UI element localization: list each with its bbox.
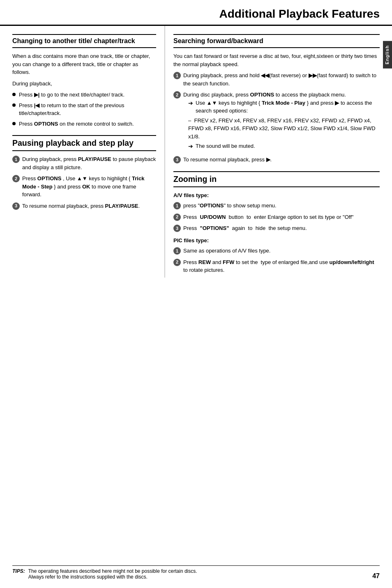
bullet-dot-icon xyxy=(12,93,16,96)
section-zooming-title: Zooming in xyxy=(173,175,380,184)
list-item: Press ▶| to go to the next title/chapter… xyxy=(12,91,156,99)
step-number: 2 xyxy=(173,91,181,99)
section-divider-bottom2 xyxy=(173,186,380,187)
step-content: Press REW and FFW to set the type of enl… xyxy=(183,258,380,274)
step-number: 2 xyxy=(173,259,181,266)
pic-files-label: PIC files type: xyxy=(173,237,380,245)
arrow-text: Use ▲▼ keys to highlight { Trick Mode - … xyxy=(196,99,380,115)
searching-steps-list: 1 During playback, press and hold ◀◀(fas… xyxy=(173,71,380,164)
step-content: Press OPTIONS , Use ▲▼ keys to highlight… xyxy=(22,175,156,199)
section-divider-bottom xyxy=(12,150,156,151)
list-item: 3 To resume normal playback, press PLAY/… xyxy=(12,202,156,210)
page-number: 47 xyxy=(372,572,380,580)
section-pausing-header: Pausing playback and step play xyxy=(12,136,156,150)
page-title-bar: Additional Playback Features xyxy=(0,0,392,26)
step-content: To resume normal playback, press ▶. xyxy=(183,156,380,164)
list-item: 1 During playback, press PLAY/PAUSE to p… xyxy=(12,155,156,171)
bullet-text: Press |◀ to return to the start of the p… xyxy=(19,101,156,117)
step-content: During disc playback, press OPTIONS to a… xyxy=(183,91,380,152)
list-item: 1 press "OPTIONS" to show setup menu. xyxy=(173,202,380,210)
side-tab-english: English xyxy=(383,41,392,69)
step-number: 3 xyxy=(12,202,20,210)
step-content: During playback, press PLAY/PAUSE to pau… xyxy=(22,155,156,171)
arrow-bullet: ➔ Use ▲▼ keys to highlight { Trick Mode … xyxy=(188,99,380,115)
list-item: 1 During playback, press and hold ◀◀(fas… xyxy=(173,71,380,87)
bullet-text: Press OPTIONS on the remote control to s… xyxy=(19,120,134,128)
section-pausing-gap: Pausing playback and step play xyxy=(12,135,156,151)
left-column: Changing to another title/ chapter/track… xyxy=(12,26,164,278)
section-pausing-title: Pausing playback and step play xyxy=(12,138,156,148)
step-number: 1 xyxy=(173,72,181,79)
list-item: 3 Press "OPTIONS" again to hide the setu… xyxy=(173,224,380,232)
step-number: 2 xyxy=(173,214,181,221)
step-number: 2 xyxy=(12,175,20,182)
av-steps-list: 1 press "OPTIONS" to show setup menu. 2 … xyxy=(173,202,380,232)
section-searching-title: Searching forward/backward xyxy=(173,37,380,45)
main-content: Changing to another title/ chapter/track… xyxy=(0,26,392,278)
list-item: 1 Same as operations of A/V files type. xyxy=(173,247,380,255)
bullet-dot-icon xyxy=(12,103,16,107)
list-item: Press OPTIONS on the remote control to s… xyxy=(12,120,156,128)
section-zooming-gap: Zooming in xyxy=(173,171,380,187)
step-content: Same as operations of A/V files type. xyxy=(183,247,380,255)
pic-steps-list: 1 Same as operations of A/V files type. … xyxy=(173,247,380,274)
arrow-text: The sound will be muted. xyxy=(196,142,255,150)
section-zooming-header: Zooming in xyxy=(173,172,380,186)
page-title: Additional Playback Features xyxy=(219,7,380,20)
list-item: 2 Press REW and FFW to set the type of e… xyxy=(173,258,380,274)
section-searching-intro: You can fast forward or fast reverse a d… xyxy=(173,52,380,68)
right-column: Searching forward/backward You can fast … xyxy=(164,26,380,278)
section-changing-header: Changing to another title/ chapter/track xyxy=(12,34,156,48)
changing-bullet-list: Press ▶| to go to the next title/chapter… xyxy=(12,91,156,128)
bullet-text: Press ▶| to go to the next title/chapter… xyxy=(19,91,125,99)
step-content: press "OPTIONS" to show setup menu. xyxy=(183,202,380,210)
step-number: 3 xyxy=(173,225,181,232)
step-number: 1 xyxy=(12,156,20,163)
tips-label: TIPS: xyxy=(12,568,25,574)
section-changing-intro: When a disc contains more than one track… xyxy=(12,52,156,76)
arrow-bullet-muted: ➔ The sound will be muted. xyxy=(188,142,380,151)
list-item: 2 Press UP/DOWN button to enter Enlarge … xyxy=(173,213,380,221)
dash-list: – FREV x2, FREV x4, FREV x8, FREV x16, F… xyxy=(188,117,380,141)
pausing-steps-list: 1 During playback, press PLAY/PAUSE to p… xyxy=(12,155,156,210)
step-number: 1 xyxy=(173,247,181,255)
step-content: To resume normal playback, press PLAY/PA… xyxy=(22,202,156,210)
page: English Additional Playback Features Cha… xyxy=(0,0,392,588)
arrow-icon: ➔ xyxy=(188,142,193,151)
arrow-icon: ➔ xyxy=(188,99,193,108)
list-item: Press |◀ to return to the start of the p… xyxy=(12,101,156,117)
section-changing-title: Changing to another title/ chapter/track xyxy=(12,37,156,45)
tips-text: The operating features described here mi… xyxy=(28,568,197,580)
list-item: 3 To resume normal playback, press ▶. xyxy=(173,156,380,164)
step-content: During playback, press and hold ◀◀(fast … xyxy=(183,71,380,87)
list-item: 2 Press OPTIONS , Use ▲▼ keys to highlig… xyxy=(12,175,156,199)
bullet-dot-icon xyxy=(12,122,16,125)
during-playback-label: During playback, xyxy=(12,80,156,88)
step-number: 3 xyxy=(173,156,181,163)
step-content: Press "OPTIONS" again to hide the setup … xyxy=(183,224,380,232)
step-content: Press UP/DOWN button to enter Enlarge op… xyxy=(183,213,380,221)
section-searching-header: Searching forward/backward xyxy=(173,34,380,48)
av-files-label: A/V files type: xyxy=(173,191,380,200)
list-item: 2 During disc playback, press OPTIONS to… xyxy=(173,91,380,152)
footer-tips: TIPS: The operating features described h… xyxy=(12,565,380,580)
step-number: 1 xyxy=(173,202,181,209)
